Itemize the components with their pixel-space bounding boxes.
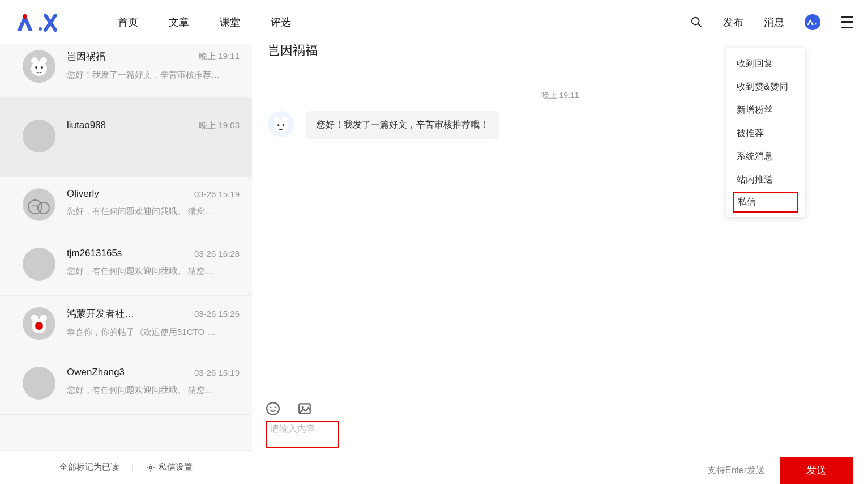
- svg-point-11: [38, 202, 49, 214]
- dropdown-followers[interactable]: 新增粉丝: [726, 99, 805, 122]
- header-right: 发布 消息: [690, 14, 853, 30]
- svg-point-23: [283, 124, 284, 126]
- nav-selection[interactable]: 评选: [271, 15, 291, 29]
- conversation-name: 岂因祸福: [67, 50, 105, 63]
- conversation-time: 晚上 19:03: [199, 120, 240, 131]
- svg-point-21: [274, 120, 288, 132]
- conversation-preview: 您好，有任何问题欢迎问我哦。 猜您…: [67, 206, 240, 217]
- svg-point-2: [692, 17, 699, 24]
- logo[interactable]: [15, 11, 67, 33]
- conversation-footer: 全部标记为已读 | 私信设置: [0, 450, 252, 484]
- dropdown-replies[interactable]: 收到回复: [726, 52, 805, 75]
- conversation-preview: 恭喜你，你的帖子《欢迎使用51CTO …: [67, 327, 240, 338]
- dropdown-recommended[interactable]: 被推荐: [726, 122, 805, 145]
- gear-icon: [146, 463, 155, 472]
- conversation-time: 03-26 15:26: [194, 309, 240, 319]
- conversation-item[interactable]: liutao988 晚上 19:03: [0, 98, 252, 177]
- svg-point-1: [39, 27, 42, 31]
- publish-link[interactable]: 发布: [723, 15, 743, 29]
- svg-point-0: [23, 14, 27, 19]
- dm-settings[interactable]: 私信设置: [146, 462, 193, 473]
- editor-toolbar: [252, 394, 868, 421]
- conversation-time: 03-26 16:28: [194, 249, 240, 258]
- mark-all-read[interactable]: 全部标记为已读: [59, 462, 119, 473]
- conversation-name: 鸿蒙开发者社…: [67, 307, 134, 320]
- svg-point-9: [41, 66, 43, 69]
- main-nav: 首页 文章 课堂 评选: [118, 15, 291, 29]
- app-header: 首页 文章 课堂 评选 发布 消息: [0, 0, 868, 44]
- svg-point-8: [35, 66, 37, 69]
- editor-input-highlight: [266, 421, 339, 448]
- dm-settings-label: 私信设置: [159, 462, 193, 473]
- conversation-preview: 您好！我发了一篇好文，辛苦审核推荐…: [67, 70, 240, 80]
- svg-line-3: [698, 23, 702, 27]
- conversation-item[interactable]: Oliverly 03-26 15:19 您好，有任何问题欢迎问我哦。 猜您…: [0, 177, 252, 236]
- dropdown-dm[interactable]: 私信: [733, 192, 798, 213]
- svg-point-4: [815, 23, 817, 24]
- message-input[interactable]: [270, 424, 335, 434]
- separator: |: [131, 462, 134, 473]
- conversation-time: 晚上 19:11: [199, 51, 240, 62]
- conversation-time: 03-26 15:19: [194, 189, 240, 199]
- conversation-preview: 您好，有任何问题欢迎问我哦。 猜您…: [67, 385, 240, 396]
- svg-point-12: [33, 205, 35, 207]
- svg-point-7: [31, 61, 47, 76]
- avatar: [23, 120, 55, 152]
- svg-point-28: [302, 406, 304, 409]
- logo-icon: [15, 11, 67, 33]
- messages-link[interactable]: 消息: [764, 15, 784, 29]
- nav-class[interactable]: 课堂: [220, 15, 240, 29]
- conversation-item[interactable]: 岂因祸福 晚上 19:11 您好！我发了一篇好文，辛苦审核推荐…: [0, 44, 252, 98]
- conversation-item[interactable]: OwenZhang3 03-26 15:19 您好，有任何问题欢迎问我哦。 猜您…: [0, 355, 252, 415]
- avatar: [23, 50, 55, 83]
- editor-input-area: [252, 421, 868, 448]
- conversation-name: OwenZhang3: [67, 367, 125, 378]
- conversation-name: Oliverly: [67, 188, 99, 199]
- user-avatar[interactable]: [805, 14, 820, 30]
- dropdown-system[interactable]: 系统消息: [726, 145, 805, 168]
- message-bubble: 您好！我发了一篇好文，辛苦审核推荐哦！: [306, 111, 499, 139]
- conversation-list: 岂因祸福 晚上 19:11 您好！我发了一篇好文，辛苦审核推荐… liutao9…: [0, 44, 252, 484]
- image-icon[interactable]: [297, 401, 312, 416]
- nav-home[interactable]: 首页: [118, 15, 138, 29]
- avatar: [23, 307, 55, 340]
- emoji-icon[interactable]: [266, 401, 280, 416]
- svg-point-17: [35, 322, 43, 330]
- conversation-name: liutao988: [67, 120, 106, 131]
- svg-point-22: [277, 124, 279, 126]
- messages-dropdown: 收到回复 收到赞&赞同 新增粉丝 被推荐 系统消息 站内推送 私信: [726, 48, 805, 217]
- conversation-scroll[interactable]: 岂因祸福 晚上 19:11 您好！我发了一篇好文，辛苦审核推荐… liutao9…: [0, 44, 252, 450]
- svg-point-24: [267, 402, 279, 415]
- conversation-name: tjm2613165s: [67, 248, 122, 259]
- editor-footer: 支持Enter发送 发送: [252, 448, 868, 484]
- message-editor: 支持Enter发送 发送: [252, 394, 868, 484]
- nav-articles[interactable]: 文章: [169, 15, 189, 29]
- avatar: [23, 367, 55, 400]
- conversation-time: 03-26 15:19: [194, 368, 240, 377]
- search-icon[interactable]: [690, 16, 703, 28]
- dropdown-likes[interactable]: 收到赞&赞同: [726, 75, 805, 99]
- svg-point-25: [270, 406, 272, 408]
- hamburger-icon[interactable]: [841, 16, 853, 28]
- conversation-item[interactable]: 鸿蒙开发者社… 03-26 15:26 恭喜你，你的帖子《欢迎使用51CTO …: [0, 296, 252, 355]
- dropdown-push[interactable]: 站内推送: [726, 168, 805, 192]
- avatar: [23, 188, 55, 221]
- message-avatar: [268, 111, 294, 137]
- svg-point-13: [36, 205, 38, 207]
- enter-hint: 支持Enter发送: [707, 465, 765, 477]
- svg-point-26: [274, 406, 276, 408]
- conversation-item[interactable]: tjm2613165s 03-26 16:28 您好，有任何问题欢迎问我哦。 猜…: [0, 236, 252, 296]
- conversation-preview: 您好，有任何问题欢迎问我哦。 猜您…: [67, 266, 240, 277]
- svg-point-18: [149, 466, 152, 469]
- send-button[interactable]: 发送: [780, 457, 853, 484]
- avatar: [23, 248, 55, 281]
